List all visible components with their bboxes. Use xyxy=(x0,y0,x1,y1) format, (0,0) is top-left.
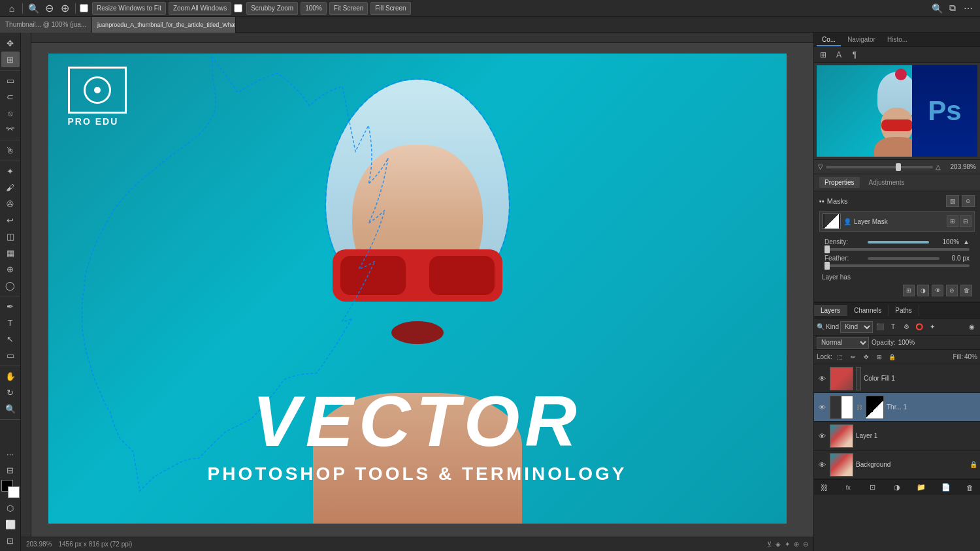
history-brush-tool[interactable]: ↩ xyxy=(1,212,20,228)
tool-presets-btn[interactable]: ⊟ xyxy=(1,462,20,478)
gradient-tool[interactable]: ▦ xyxy=(1,245,20,260)
mask-apply-btn[interactable]: ⊞ xyxy=(947,215,958,227)
tab-1[interactable]: Thumbnail... @ 100% (jua... xyxy=(0,17,92,33)
lock-position-btn[interactable]: ✥ xyxy=(861,352,872,362)
fg-bg-colors[interactable] xyxy=(1,480,20,498)
path-select-tool[interactable]: ↖ xyxy=(1,331,20,347)
screen-mode-btn[interactable]: ⬜ xyxy=(1,516,20,532)
adjustment-btn[interactable]: ◑ xyxy=(891,482,903,494)
zoom-down-icon[interactable]: ▽ xyxy=(818,163,823,170)
resize-checkbox[interactable] xyxy=(80,4,88,12)
delete-layer-btn[interactable]: 🗑 xyxy=(964,482,976,494)
fit-screen-btn[interactable]: Fit Screen xyxy=(329,2,368,15)
layer-threshold[interactable]: 👁 ⛓ Thr... 1 xyxy=(814,393,980,422)
pen-tool[interactable]: ✒ xyxy=(1,298,20,314)
layer-background[interactable]: 👁 Background 🔒 xyxy=(814,450,980,479)
pixel-mask-btn[interactable]: ▨ xyxy=(946,195,959,207)
text-tool[interactable]: T xyxy=(1,315,20,330)
layer-filter-icon3[interactable]: ⚙ xyxy=(900,321,912,333)
layer-filter-icon2[interactable]: T xyxy=(887,321,899,333)
feather-track[interactable] xyxy=(868,257,939,260)
layer-eye-1[interactable]: 👁 xyxy=(817,373,827,384)
tab-2[interactable]: juanproedu_A_thumbnail_for_the_article_t… xyxy=(92,17,236,33)
fill-screen-btn[interactable]: Fill Screen xyxy=(370,2,410,15)
search2-icon[interactable]: 🔍 xyxy=(930,2,943,15)
mask-subtract-btn[interactable]: ⊟ xyxy=(960,215,972,227)
disable-btn[interactable]: ⊘ xyxy=(946,285,958,296)
quick-mask-btn[interactable]: ⬡ xyxy=(1,500,20,516)
tab-channels[interactable]: Channels xyxy=(847,305,889,316)
layer-filter-icon4[interactable]: ⭕ xyxy=(913,321,925,333)
eraser-tool[interactable]: ◫ xyxy=(1,228,20,244)
frame-btn[interactable]: ⊡ xyxy=(1,533,20,548)
more-icon[interactable]: ⋯ xyxy=(962,2,975,15)
marquee-tool[interactable]: ▭ xyxy=(1,72,20,88)
window-icon[interactable]: ⧉ xyxy=(946,2,959,15)
shape-tool[interactable]: ▭ xyxy=(1,347,20,363)
lock-pixels-btn[interactable]: ✏ xyxy=(848,352,858,362)
vector-mask-btn[interactable]: ⊙ xyxy=(962,195,975,207)
fx-btn[interactable]: fx xyxy=(842,482,854,494)
rotate-tool[interactable]: ↻ xyxy=(1,385,20,400)
panel-icon-3[interactable]: ¶ xyxy=(848,48,861,61)
tab-layers[interactable]: Layers xyxy=(814,305,847,316)
search-icon[interactable]: 🔍 xyxy=(27,2,40,15)
new-group-btn[interactable]: 📁 xyxy=(915,482,927,494)
panel-icon-1[interactable]: ⊞ xyxy=(817,48,830,61)
lasso-tool[interactable]: ⊂ xyxy=(1,89,20,104)
blur-tool[interactable]: ⊕ xyxy=(1,261,20,277)
panel-tab-co[interactable]: Co... xyxy=(817,34,841,46)
quick-select-tool[interactable]: ⍉ xyxy=(1,105,20,121)
panel-icon-2[interactable]: A xyxy=(832,48,845,61)
stamp-tool[interactable]: ✇ xyxy=(1,196,20,212)
link-layers-btn[interactable]: ⛓ xyxy=(818,482,830,494)
add-mask-btn[interactable]: ⊡ xyxy=(867,482,879,494)
refine-btn[interactable]: ⊞ xyxy=(903,285,915,296)
view-btn[interactable]: 👁 xyxy=(932,285,943,296)
scrubby-btn[interactable]: Scrubby Zoom xyxy=(246,2,298,15)
layer-eye-2[interactable]: 👁 xyxy=(817,402,827,413)
feather-slider-2[interactable] xyxy=(825,264,970,267)
zoom-all-btn[interactable]: Zoom All Windows xyxy=(169,2,231,15)
delete-mask-btn[interactable]: 🗑 xyxy=(960,285,972,296)
invert-btn[interactable]: ◑ xyxy=(917,285,929,296)
zoom-tool[interactable]: 🔍 xyxy=(1,401,20,417)
kind-select[interactable]: Kind xyxy=(840,321,873,333)
zoom-pct-btn[interactable]: 100% xyxy=(301,2,327,15)
density-slider-2[interactable] xyxy=(825,248,970,251)
crop-tool[interactable]: ⌤ xyxy=(1,121,20,137)
layer-eye-3[interactable]: 👁 xyxy=(817,431,827,441)
density-arrow[interactable]: ▲ xyxy=(963,238,970,245)
tab-adjustments[interactable]: Adjustments xyxy=(864,177,910,188)
layer-filter-icon5[interactable]: ✦ xyxy=(926,321,938,333)
more-tools-btn[interactable]: ··· xyxy=(1,446,20,462)
scrubby-checkbox[interactable] xyxy=(234,4,242,12)
layer-filter-toggle[interactable]: ◉ xyxy=(966,321,977,333)
dodge-tool[interactable]: ◯ xyxy=(1,277,20,293)
hand-tool[interactable]: ✋ xyxy=(1,368,20,384)
panel-tab-histo[interactable]: Histo... xyxy=(882,34,913,46)
brush-tool[interactable]: 🖌 xyxy=(1,180,20,195)
lock-artboard-btn[interactable]: ⊞ xyxy=(874,352,885,362)
new-layer-btn[interactable]: 📄 xyxy=(940,482,952,494)
tab-properties[interactable]: Properties xyxy=(819,177,860,188)
layer-color-fill[interactable]: 👁 Color Fill 1 xyxy=(814,364,980,393)
layer-eye-4[interactable]: 👁 xyxy=(817,460,827,470)
home-icon[interactable]: ⌂ xyxy=(5,2,18,15)
move-tool[interactable]: ✥ xyxy=(1,35,20,51)
zoom-in-icon[interactable]: ⊕ xyxy=(58,2,71,15)
eyedropper-tool[interactable]: 🖱 xyxy=(1,142,20,158)
zoom-up-icon[interactable]: △ xyxy=(936,163,941,170)
zoom-out-icon[interactable]: ⊖ xyxy=(42,2,56,15)
blend-mode-select[interactable]: Normal Multiply Screen xyxy=(817,337,869,349)
lock-all-btn[interactable]: 🔒 xyxy=(887,352,898,362)
layer-filter-icon1[interactable]: ⬛ xyxy=(874,321,886,333)
density-track[interactable] xyxy=(868,241,929,244)
tab-paths[interactable]: Paths xyxy=(889,305,919,316)
spot-heal-tool[interactable]: ✦ xyxy=(1,163,20,179)
lock-transparent-btn[interactable]: ⬚ xyxy=(835,352,845,362)
panel-tab-navigator[interactable]: Navigator xyxy=(842,34,881,46)
artboard-tool[interactable]: ⊞ xyxy=(1,52,20,67)
resize-btn[interactable]: Resize Windows to Fit xyxy=(92,2,166,15)
layer-layer1[interactable]: 👁 Layer 1 xyxy=(814,422,980,450)
